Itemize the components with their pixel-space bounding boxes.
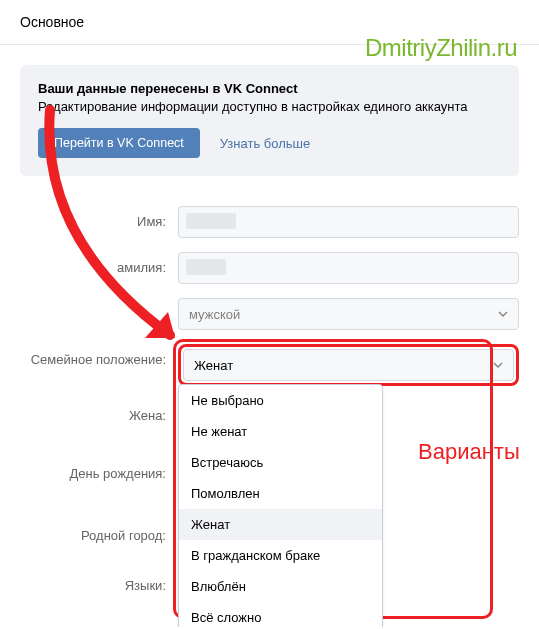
redacted-block — [186, 259, 226, 275]
marital-label: Семейное положение: — [20, 344, 178, 367]
marital-option[interactable]: В гражданском браке — [179, 540, 382, 571]
learn-more-link[interactable]: Узнать больше — [220, 136, 310, 151]
gender-label — [20, 298, 178, 306]
marital-dropdown: Не выбрано Не женат Встречаюсь Помолвлен… — [178, 384, 383, 627]
marital-value: Женат — [194, 358, 233, 373]
go-vk-connect-button[interactable]: Перейти в VK Connect — [38, 128, 200, 158]
marital-option[interactable]: Помолвлен — [179, 478, 382, 509]
gender-value: мужской — [189, 307, 240, 322]
birthday-label: День рождения: — [20, 458, 178, 481]
languages-label: Языки: — [20, 570, 178, 593]
vk-connect-notice: Ваши данные перенесены в VK Connect Реда… — [20, 65, 519, 176]
surname-label: амилия: — [20, 252, 178, 275]
watermark-text: DmitriyZhilin.ru — [365, 34, 517, 62]
chevron-down-icon — [498, 311, 508, 317]
marital-option[interactable]: Не выбрано — [179, 385, 382, 416]
marital-select[interactable]: Женат — [183, 349, 514, 381]
marital-option[interactable]: Всё сложно — [179, 602, 382, 627]
marital-option[interactable]: Не женат — [179, 416, 382, 447]
name-label: Имя: — [20, 206, 178, 229]
marital-option[interactable]: Встречаюсь — [179, 447, 382, 478]
notice-title: Ваши данные перенесены в VK Connect — [38, 81, 501, 96]
profile-form: Имя: амилия: мужской Семейное положение: — [0, 206, 539, 627]
gender-select[interactable]: мужской — [178, 298, 519, 330]
surname-input[interactable] — [178, 252, 519, 284]
hometown-label: Родной город: — [20, 520, 178, 543]
marital-highlight: Женат — [178, 344, 519, 386]
notice-desc: Редактирование информации доступно в нас… — [38, 99, 501, 114]
redacted-block — [186, 213, 236, 229]
wife-label: Жена: — [20, 400, 178, 423]
marital-option[interactable]: Влюблён — [179, 571, 382, 602]
chevron-down-icon — [493, 362, 503, 368]
marital-option[interactable]: Женат — [179, 509, 382, 540]
